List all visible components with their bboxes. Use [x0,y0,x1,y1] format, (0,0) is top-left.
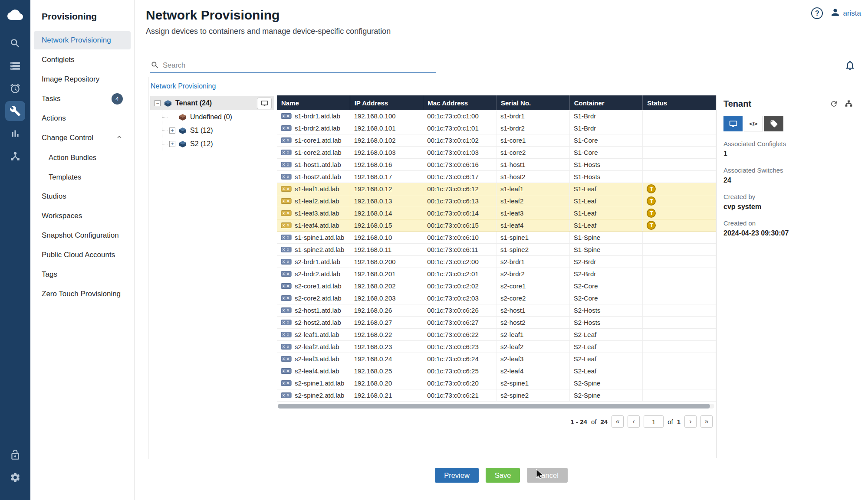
tree-node-s2[interactable]: + S2 (12) [162,137,277,150]
sidebar-item-workspaces[interactable]: Workspaces [34,207,131,225]
table-row[interactable]: s2-spine1.atd.lab 192.168.0.20 00:1c:73:… [277,377,716,389]
device-mac: 00:1c:73:c0:c2:00 [427,258,478,265]
table-row[interactable]: s2-leaf4.atd.lab 192.168.0.25 00:1c:73:c… [277,365,716,377]
save-button[interactable]: Save [486,468,520,483]
preview-button[interactable]: Preview [435,468,479,483]
sidebar-item-tags[interactable]: Tags [34,265,131,284]
sidebar-item-tasks[interactable]: Tasks 4 [34,90,131,108]
sidebar-item-snapshot-configuration[interactable]: Snapshot Configuration [34,226,131,245]
settings-gear-icon[interactable] [5,467,25,487]
breadcrumb[interactable]: Network Provisioning [148,77,216,95]
table-row[interactable]: s2-brdr2.atd.lab 192.168.0.201 00:1c:73:… [277,268,716,280]
device-mac: 00:1c:73:c0:c1:01 [427,124,478,132]
column-header-status[interactable]: Status [643,95,716,110]
field-value: cvp system [723,203,852,211]
device-mac: 00:1c:73:c0:c1:00 [427,112,478,120]
tab-device-view[interactable] [723,116,743,131]
column-header-name[interactable]: Name [277,95,350,110]
device-serial: s2-core2 [500,294,526,302]
hierarchy-icon[interactable] [845,100,853,108]
device-icon [281,271,292,277]
table-row[interactable]: s1-brdr1.atd.lab 192.168.0.100 00:1c:73:… [277,110,716,122]
chevron-up-icon [116,134,123,143]
topology-icon[interactable] [5,146,25,166]
events-icon[interactable] [5,78,25,98]
tab-labels-view[interactable] [764,116,783,131]
column-header-ip[interactable]: IP Address [350,95,424,110]
column-header-container[interactable]: Container [570,95,643,110]
sidebar-item-templates[interactable]: Templates [34,168,131,186]
table-row[interactable]: s1-brdr2.atd.lab 192.168.0.101 00:1c:73:… [277,122,716,134]
tab-configlet-view[interactable]: </> [744,116,763,131]
table-row[interactable]: s2-leaf3.atd.lab 192.168.0.24 00:1c:73:c… [277,353,716,365]
tree-node-tenant[interactable]: − Tenant (24) [150,96,274,110]
device-ip: 192.168.0.14 [354,209,392,217]
device-serial: s2-leaf4 [500,367,523,375]
sidebar-item-change-control[interactable]: Change Control [34,129,131,147]
column-header-mac[interactable]: Mac Address [423,95,496,110]
tree-device-action-button[interactable] [257,98,272,109]
status-badge: T [647,221,656,230]
device-ip: 192.168.0.27 [354,319,392,326]
table-row[interactable]: s2-spine2.atd.lab 192.168.0.21 00:1c:73:… [277,389,716,402]
provisioning-icon[interactable] [5,101,25,121]
table-row[interactable]: s1-host1.atd.lab 192.168.0.16 00:1c:73:c… [277,159,716,171]
search-input[interactable] [163,61,435,69]
table-row[interactable]: s1-core2.atd.lab 192.168.0.103 00:1c:73:… [277,147,716,159]
first-page-button[interactable]: « [612,415,624,428]
tree-node-s1[interactable]: + S1 (12) [162,124,277,137]
device-container: S1-Core [574,149,598,156]
sidebar-item-public-cloud-accounts[interactable]: Public Cloud Accounts [34,246,131,264]
notifications-bell-icon[interactable] [844,59,856,73]
device-mac: 00:1c:73:c0:c6:13 [427,197,478,205]
status-badge: T [647,196,656,206]
lock-icon[interactable] [5,445,25,465]
refresh-icon[interactable] [830,100,838,108]
sidebar-item-configlets[interactable]: Configlets [34,51,131,69]
page-input[interactable] [644,415,664,428]
metrics-icon[interactable] [5,124,25,144]
table-row[interactable]: s2-host2.atd.lab 192.168.0.27 00:1c:73:c… [277,317,716,329]
table-row[interactable]: s2-leaf2.atd.lab 192.168.0.23 00:1c:73:c… [277,341,716,353]
device-container: S2-Core [574,294,598,302]
sidebar-item-studios[interactable]: Studios [34,187,131,206]
table-row[interactable]: s1-host2.atd.lab 192.168.0.17 00:1c:73:c… [277,171,716,183]
collapse-expander[interactable]: − [155,100,161,106]
next-page-button[interactable]: › [684,415,697,428]
table-row[interactable]: s1-leaf2.atd.lab 192.168.0.13 00:1c:73:c… [277,195,716,207]
device-serial: s2-spine2 [500,392,529,399]
table-row[interactable]: s2-core2.atd.lab 192.168.0.203 00:1c:73:… [277,292,716,304]
device-ip: 192.168.0.102 [354,137,396,144]
cancel-button[interactable]: Cancel [527,468,567,483]
help-icon[interactable]: ? [811,7,823,19]
user-menu[interactable]: arista [830,7,861,20]
search-icon[interactable] [5,33,25,53]
prev-page-button[interactable]: ‹ [628,415,640,428]
table-row[interactable]: s1-leaf1.atd.lab 192.168.0.12 00:1c:73:c… [277,183,716,195]
device-ip: 192.168.0.16 [354,161,392,168]
device-container: S2-Leaf [574,355,597,363]
device-container: S2-Spine [574,392,601,399]
sidebar-item-network-provisioning[interactable]: Network Provisioning [34,31,131,49]
sidebar-item-zero-touch-provisioning[interactable]: Zero Touch Provisioning [34,285,131,303]
tree-node-undefined[interactable]: Undefined (0) [162,110,277,124]
table-row[interactable]: s1-core1.atd.lab 192.168.0.102 00:1c:73:… [277,134,716,147]
table-row[interactable]: s1-spine1.atd.lab 192.168.0.10 00:1c:73:… [277,232,716,244]
sidebar-item-image-repository[interactable]: Image Repository [34,70,131,88]
scrollbar-thumb[interactable] [278,404,710,408]
expand-expander[interactable]: + [169,127,175,134]
table-row[interactable]: s2-core1.atd.lab 192.168.0.202 00:1c:73:… [277,280,716,292]
column-header-serial[interactable]: Serial No. [496,95,570,110]
expand-expander[interactable]: + [169,141,175,147]
table-row[interactable]: s2-brdr1.atd.lab 192.168.0.200 00:1c:73:… [277,256,716,268]
sidebar-item-actions[interactable]: Actions [34,109,131,127]
search-field[interactable] [150,59,436,73]
sidebar-item-action-bundles[interactable]: Action Bundles [34,148,131,167]
table-row[interactable]: s1-spine2.atd.lab 192.168.0.11 00:1c:73:… [277,244,716,256]
table-row[interactable]: s1-leaf4.atd.lab 192.168.0.15 00:1c:73:c… [277,219,716,232]
table-row[interactable]: s2-leaf1.atd.lab 192.168.0.22 00:1c:73:c… [277,329,716,341]
inventory-icon[interactable] [5,56,25,76]
table-row[interactable]: s1-leaf3.atd.lab 192.168.0.14 00:1c:73:c… [277,207,716,219]
table-row[interactable]: s2-host1.atd.lab 192.168.0.26 00:1c:73:c… [277,304,716,317]
last-page-button[interactable]: » [700,415,713,428]
